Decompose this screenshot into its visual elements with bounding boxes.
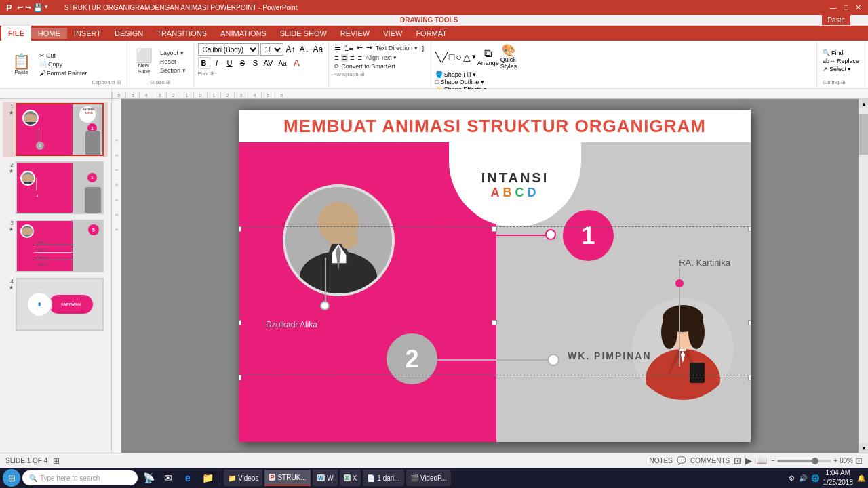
selection-handle-br[interactable] — [748, 320, 751, 325]
text-direction-button[interactable]: Text Direction ▾ — [374, 45, 419, 52]
layout-button[interactable]: Layout ▾ — [158, 49, 188, 57]
convert-smartart-button[interactable]: ⟳ Convert to SmartArt — [333, 63, 427, 70]
undo-icon[interactable]: ↩ — [17, 3, 23, 12]
increase-font-button[interactable]: A↑ — [285, 45, 297, 54]
zoom-in-btn[interactable]: + — [833, 457, 837, 464]
menu-transitions[interactable]: TRANSITIONS — [150, 28, 214, 39]
strikethrough-button[interactable]: S — [237, 57, 249, 69]
selection-handle-bl[interactable] — [239, 320, 241, 325]
shape-more[interactable]: ▾ — [472, 52, 476, 61]
underline-button[interactable]: U — [224, 57, 236, 69]
slide-thumb-1[interactable]: 1 ★ INTANSIABCD 1 — [3, 102, 108, 157]
font-color-button[interactable]: A — [291, 57, 303, 69]
selection-handle-mr[interactable] — [748, 375, 751, 380]
new-slide-button[interactable]: ⬜ NewSlide — [133, 47, 155, 76]
menu-insert[interactable]: INSERT — [67, 28, 108, 39]
decrease-indent-button[interactable]: ⇤ — [355, 43, 364, 52]
shape-oval[interactable]: ○ — [456, 52, 461, 62]
slide-thumb-2[interactable]: 2 ★ 1 4 — [3, 160, 108, 216]
slide-canvas[interactable]: MEMBUAT ANIMASI STRUKTUR ORGANIGRAM INTA… — [239, 110, 751, 442]
selection-handle-tm[interactable] — [492, 226, 497, 232]
slideshow-view-btn[interactable]: ▶ — [745, 455, 752, 466]
zoom-out-btn[interactable]: − — [771, 457, 775, 464]
shape-2[interactable]: ╱ — [442, 52, 448, 62]
selection-handle-tl[interactable] — [239, 226, 241, 232]
close-icon[interactable]: ✕ — [852, 3, 864, 12]
task-app-struk[interactable]: P STRUK... — [264, 470, 310, 486]
align-text-button[interactable]: Align Text ▾ — [364, 54, 398, 61]
clear-format-button[interactable]: Aa — [312, 45, 325, 54]
shape-outline-button[interactable]: □ Shape Outline ▾ — [435, 79, 812, 85]
maximize-icon[interactable]: □ — [841, 3, 851, 12]
task-app-excel[interactable]: X X — [340, 470, 361, 486]
menu-slideshow[interactable]: SLIDE SHOW — [273, 28, 334, 39]
menu-home[interactable]: HOME — [31, 28, 67, 39]
zoom-slider[interactable] — [777, 460, 831, 462]
shape-triangle[interactable]: △ — [463, 52, 471, 62]
menu-animations[interactable]: ANIMATIONS — [214, 28, 273, 39]
menu-view[interactable]: VIEW — [376, 28, 409, 39]
scroll-thumb[interactable] — [859, 114, 868, 155]
paste-button[interactable]: 📋 Paste — [8, 43, 35, 85]
fit-page-btn[interactable]: ⊡ — [855, 455, 863, 466]
shadow-button[interactable]: S — [250, 57, 262, 69]
view-icon[interactable]: ⊞ — [53, 456, 60, 466]
task-notification-icon[interactable]: 🔔 — [857, 474, 865, 482]
replace-button[interactable]: ab↔ Replace — [823, 58, 859, 64]
shape-fill-button[interactable]: 🪣 Shape Fill ▾ — [435, 71, 812, 78]
menu-file[interactable]: FILE — [1, 26, 31, 41]
menu-design[interactable]: DESIGN — [108, 28, 150, 39]
justify-button[interactable]: ≡ — [357, 54, 363, 62]
sign-in-btn[interactable]: Paste — [822, 15, 850, 25]
align-right-button[interactable]: ≡ — [349, 54, 355, 62]
italic-button[interactable]: I — [211, 57, 223, 69]
task-app-1dari[interactable]: 📄 1 dari... — [363, 470, 403, 486]
copy-button[interactable]: 📄 Copy — [37, 60, 90, 68]
columns-button[interactable]: ⫿ — [420, 44, 427, 52]
task-icon-folder[interactable]: 📁 — [199, 469, 216, 487]
font-size-select[interactable]: 18 — [260, 43, 283, 56]
task-network-icon[interactable]: 🌐 — [811, 474, 819, 482]
task-icon-wifi[interactable]: 📡 — [140, 469, 157, 487]
shape-1[interactable]: ╲ — [435, 52, 441, 62]
numbering-button[interactable]: 1≡ — [343, 44, 355, 52]
bullets-button[interactable]: ☰ — [333, 43, 342, 52]
arrange-button[interactable]: ⧉ Arrange — [477, 47, 499, 66]
section-button[interactable]: Section ▾ — [158, 66, 188, 75]
start-button[interactable]: ⊞ — [3, 469, 20, 487]
comments-btn[interactable]: COMMENTS — [690, 457, 730, 464]
slide-thumb-4[interactable]: 4 ★ 👤 KARYAWAN — [3, 277, 108, 332]
format-painter-button[interactable]: 🖌 Format Painter — [37, 69, 90, 77]
save-icon[interactable]: 💾 — [33, 3, 43, 12]
normal-view-btn[interactable]: ⊡ — [734, 455, 741, 466]
redo-icon[interactable]: ↪ — [25, 3, 31, 12]
scroll-down-btn[interactable]: ▼ — [859, 443, 868, 453]
shape-rect[interactable]: □ — [449, 52, 454, 62]
increase-indent-button[interactable]: ⇥ — [365, 43, 374, 52]
selection-handle-ml[interactable] — [239, 375, 241, 380]
minimize-icon[interactable]: — — [827, 3, 840, 12]
select-button[interactable]: ↗ Select ▾ — [823, 66, 859, 73]
align-center-button[interactable]: ≡ — [341, 54, 348, 62]
reset-button[interactable]: Reset — [158, 58, 188, 66]
task-app-video2[interactable]: 🎬 VideoP... — [406, 470, 451, 486]
task-sound-icon[interactable]: 🔊 — [799, 474, 807, 482]
task-icon-ie[interactable]: e — [179, 469, 197, 487]
bold-button[interactable]: B — [198, 57, 210, 69]
menu-format[interactable]: FORMAT — [409, 28, 454, 39]
reading-view-btn[interactable]: 📖 — [756, 455, 767, 466]
selection-handle-bm[interactable] — [492, 320, 497, 325]
menu-review[interactable]: REVIEW — [334, 28, 376, 39]
align-left-button[interactable]: ≡ — [333, 54, 340, 62]
font-family-select[interactable]: Calibri (Body) — [198, 43, 259, 56]
char-spacing-button[interactable]: AV — [262, 57, 275, 69]
task-app-videos[interactable]: 📁 Videos — [224, 470, 262, 486]
change-case-button[interactable]: Aa — [275, 57, 290, 69]
notes-btn[interactable]: NOTES — [650, 457, 673, 464]
task-settings-icon[interactable]: ⚙ — [789, 474, 795, 482]
slide-thumb-3[interactable]: 3 ★ 5 — Item 1 — Item 2 — Item 3 — [3, 218, 108, 274]
selection-handle-tr[interactable] — [748, 226, 751, 232]
scroll-up-btn[interactable]: ▲ — [859, 99, 868, 108]
decrease-font-button[interactable]: A↓ — [298, 45, 311, 54]
task-icon-mail[interactable]: ✉ — [159, 469, 177, 487]
